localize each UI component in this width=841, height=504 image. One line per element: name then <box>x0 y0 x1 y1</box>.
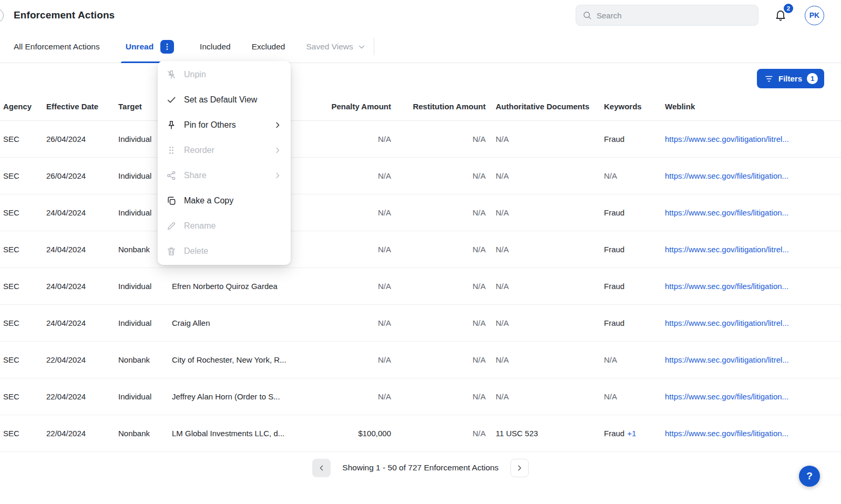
tab-unread[interactable]: Unread <box>121 30 179 63</box>
cell-keywords: Fraud <box>596 282 665 291</box>
weblink-link[interactable]: https://www.sec.gov/files/litigation... <box>665 171 788 180</box>
table-row[interactable]: SEC24/04/2024IndividualCraig AllenN/AN/A… <box>0 305 841 342</box>
cell-keywords: Fraud <box>596 135 665 143</box>
keyword-label: N/A <box>604 355 617 364</box>
cell-authoritative_documents: N/A <box>488 392 596 401</box>
table-header-row: AgencyEffective DateTargetPenalty Amount… <box>0 92 841 121</box>
notifications-button[interactable]: 2 <box>774 6 789 24</box>
cell-restitution_amount: N/A <box>393 245 488 254</box>
weblink-link[interactable]: https://www.sec.gov/files/litigation... <box>665 208 788 217</box>
cell-restitution_amount: N/A <box>393 171 488 180</box>
column-header-authoritative_documents: Authoritative Documents <box>488 102 596 111</box>
tab-all-enforcement-actions[interactable]: All Enforcement Actions <box>14 30 100 63</box>
cell-authoritative_documents: N/A <box>488 245 596 254</box>
cell-name: Craig Allen <box>172 318 295 327</box>
table-row[interactable]: SEC24/04/2024IndividualEfren Norberto Qu… <box>0 268 841 305</box>
table-row[interactable]: SEC26/04/2024IndividualN/AN/AN/AFraudhtt… <box>0 121 841 158</box>
cell-weblink: https://www.sec.gov/files/litigation... <box>665 171 841 180</box>
table-row[interactable]: SEC24/04/2024IndividualN/AN/AN/AFraudhtt… <box>0 194 841 231</box>
chevron-right-icon <box>273 120 282 130</box>
column-header-keywords: Keywords <box>596 102 665 111</box>
chevron-right-icon <box>515 464 524 472</box>
weblink-link[interactable]: https://www.sec.gov/litigation/litrel... <box>665 318 789 327</box>
cell-penalty_amount: N/A <box>295 318 393 327</box>
weblink-link[interactable]: https://www.sec.gov/files/litigation... <box>665 282 788 291</box>
menu-item-make-a-copy[interactable]: Make a Copy <box>158 188 291 213</box>
tab-included[interactable]: Included <box>200 30 231 63</box>
weblink-link[interactable]: https://www.sec.gov/litigation/litrel... <box>665 135 789 143</box>
cell-weblink: https://www.sec.gov/files/litigation... <box>665 392 841 401</box>
pagination-info: Showing 1 - 50 of 727 Enforcement Action… <box>342 463 498 472</box>
weblink-link[interactable]: https://www.sec.gov/litigation/litrel... <box>665 355 789 364</box>
cell-restitution_amount: N/A <box>393 208 488 217</box>
copy-icon <box>166 196 177 206</box>
top-header: Enforcement Actions 2 PK <box>0 0 841 30</box>
cell-keywords: N/A <box>596 392 665 401</box>
help-button[interactable]: ? <box>799 466 820 487</box>
cell-penalty_amount: N/A <box>295 208 393 217</box>
notification-count-badge: 2 <box>784 4 793 13</box>
keyword-label: Fraud <box>604 135 624 143</box>
table-row[interactable]: SEC24/04/2024NonbankN/AN/AN/AFraudhttps:… <box>0 231 841 268</box>
cell-effective_date: 22/04/2024 <box>46 392 118 401</box>
menu-item-pin-for-others[interactable]: Pin for Others <box>158 112 291 138</box>
table-row[interactable]: SEC22/04/2024NonbankCity of Rochester, N… <box>0 342 841 378</box>
filters-button[interactable]: Filters 1 <box>757 69 824 88</box>
next-page-button[interactable] <box>510 459 529 477</box>
cell-penalty_amount: N/A <box>295 245 393 254</box>
table-row[interactable]: SEC26/04/2024IndividualN/AN/AN/AN/Ahttps… <box>0 158 841 194</box>
cell-weblink: https://www.sec.gov/files/litigation... <box>665 429 841 438</box>
search-input[interactable] <box>597 11 752 20</box>
pencil-icon <box>166 221 177 231</box>
cell-restitution_amount: N/A <box>393 318 488 327</box>
cell-authoritative_documents: N/A <box>488 282 596 291</box>
menu-item-unpin: Unpin <box>158 62 291 87</box>
weblink-link[interactable]: https://www.sec.gov/files/litigation... <box>665 429 788 438</box>
table-row[interactable]: SEC22/04/2024IndividualJeffrey Alan Horn… <box>0 378 841 415</box>
previous-page-button[interactable] <box>312 459 331 477</box>
cell-name: City of Rochester, New York, R... <box>172 355 295 364</box>
tab-options-kebab-button[interactable] <box>160 40 174 54</box>
tabbar-divider <box>374 38 374 55</box>
cell-penalty_amount: N/A <box>295 135 393 143</box>
avatar[interactable]: PK <box>805 6 824 25</box>
cell-name: Jeffrey Alan Horn (Order to S... <box>172 392 295 401</box>
tab-label: All Enforcement Actions <box>14 42 100 52</box>
table-row[interactable]: SEC22/04/2024NonbankLM Global Investment… <box>0 415 841 452</box>
pin-off-icon <box>166 69 177 80</box>
menu-item-set-as-default-view[interactable]: Set as Default View <box>158 87 291 112</box>
cell-agency: SEC <box>0 135 46 143</box>
cell-effective_date: 24/04/2024 <box>46 245 118 254</box>
tab-excluded[interactable]: Excluded <box>252 30 285 63</box>
keyword-label: Fraud <box>604 282 624 291</box>
tab-bar: All Enforcement Actions Unread Included … <box>0 30 841 63</box>
table-toolbar: Filters 1 <box>0 63 841 92</box>
cell-keywords: N/A <box>596 171 665 180</box>
weblink-link[interactable]: https://www.sec.gov/files/litigation... <box>665 392 788 401</box>
column-header-penalty_amount: Penalty Amount <box>295 102 393 111</box>
app-root: Enforcement Actions 2 PK All Enforcement… <box>0 0 841 504</box>
cell-keywords: Fraud <box>596 245 665 254</box>
cell-restitution_amount: N/A <box>393 282 488 291</box>
keywords-more-link[interactable]: +1 <box>627 429 636 438</box>
column-header-weblink: Weblink <box>665 102 841 111</box>
sidebar-toggle-button[interactable] <box>0 8 4 23</box>
kebab-dots-icon <box>163 43 171 51</box>
cell-agency: SEC <box>0 355 46 364</box>
column-header-effective_date: Effective Date <box>46 102 118 111</box>
cell-effective_date: 22/04/2024 <box>46 429 118 438</box>
filters-label: Filters <box>778 74 802 83</box>
cell-penalty_amount: $100,000 <box>295 429 393 438</box>
column-header-restitution_amount: Restitution Amount <box>393 102 488 111</box>
cell-authoritative_documents: N/A <box>488 135 596 143</box>
share-icon <box>166 170 177 181</box>
saved-views-dropdown[interactable]: Saved Views <box>306 30 366 63</box>
cell-restitution_amount: N/A <box>393 355 488 364</box>
weblink-link[interactable]: https://www.sec.gov/litigation/litrel... <box>665 245 789 254</box>
cell-authoritative_documents: N/A <box>488 208 596 217</box>
cell-restitution_amount: N/A <box>393 135 488 143</box>
check-icon <box>166 95 177 105</box>
cell-name: Efren Norberto Quiroz Gardea <box>172 282 295 291</box>
cell-weblink: https://www.sec.gov/files/litigation... <box>665 282 841 291</box>
cell-keywords: Fraud <box>596 318 665 327</box>
